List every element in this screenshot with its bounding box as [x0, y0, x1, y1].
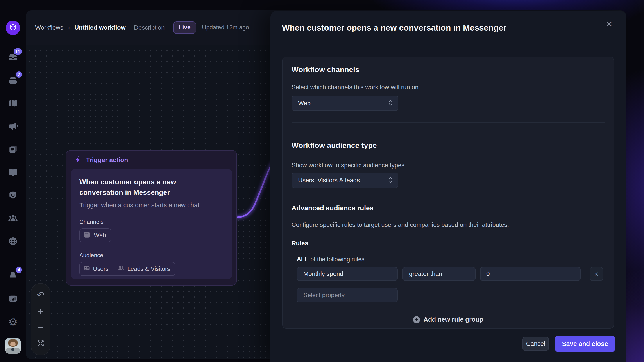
audience-chip-leads-label: Leads & Visitors	[128, 266, 170, 272]
undo-icon: ↶	[37, 290, 44, 300]
user-avatar[interactable]	[5, 338, 21, 354]
audience-type-description: Show workflow to specific audience types…	[292, 162, 406, 169]
audience-label: Audience	[80, 252, 223, 259]
rule-property-select[interactable]: Monthly spend	[297, 267, 398, 281]
browser-icon	[83, 231, 91, 240]
match-rest-label: of the following rules	[310, 256, 364, 263]
audience-type-heading: Workflow audience type	[292, 141, 377, 150]
description-button[interactable]: Description	[134, 24, 165, 31]
channels-label: Channels	[80, 218, 223, 225]
audience-chip-group: Users Leads & Visito	[80, 262, 175, 276]
sidebar-item-people[interactable]	[5, 211, 21, 226]
rule-group-indent-line	[292, 249, 292, 321]
sidebar-item-queue[interactable]: 7	[5, 72, 21, 88]
sidebar-item-inbox[interactable]: 11	[5, 49, 21, 65]
zoom-out-button[interactable]: −	[34, 321, 47, 334]
sidebar-item-map[interactable]	[5, 95, 21, 111]
lightning-bolt-icon	[74, 156, 82, 164]
gear-icon: ⚙	[8, 317, 18, 327]
select-chevrons-icon	[388, 176, 393, 184]
inbox-badge: 11	[13, 48, 22, 55]
trigger-node-card[interactable]: Trigger action When customer opens a new…	[66, 150, 237, 286]
sidebar-item-news[interactable]	[5, 142, 21, 157]
new-rule-placeholder: Select property	[303, 292, 344, 299]
modal-title: When customer opens a new conversation i…	[282, 23, 506, 33]
channels-description: Select which channels this workflow will…	[292, 84, 420, 91]
sidebar-item-globe[interactable]	[5, 234, 21, 249]
updated-timestamp: Updated 12m ago	[202, 24, 249, 31]
rule-operator-select[interactable]: greater than	[402, 267, 476, 281]
channel-chip-label: Web	[94, 232, 106, 239]
sidebar-item-megaphone[interactable]	[5, 119, 21, 134]
sidebar-item-settings[interactable]: ⚙	[5, 314, 21, 330]
two-people-icon	[117, 265, 125, 274]
trigger-settings-modal: When customer opens a new conversation i…	[270, 11, 626, 362]
screen: 11 7	[0, 0, 644, 362]
match-all-label: ALL	[297, 256, 308, 263]
megaphone-icon	[8, 121, 18, 132]
advanced-rules-description: Configure specific rules to target users…	[292, 221, 509, 228]
breadcrumb-current-title: Untitled workflow	[74, 24, 126, 31]
advanced-rules-heading: Advanced audience rules	[292, 204, 374, 212]
rules-label: Rules	[292, 240, 308, 247]
close-icon: ×	[606, 18, 612, 29]
remove-rule-button[interactable]: ×	[590, 267, 603, 281]
add-circle-icon: +	[413, 316, 420, 323]
sidebar-item-notifications[interactable]: 4	[5, 268, 21, 284]
breadcrumb-chevron-icon: ›	[68, 23, 70, 31]
minus-icon: −	[38, 322, 44, 333]
plus-icon: +	[38, 306, 44, 316]
trigger-card-header: Trigger action	[66, 151, 236, 164]
settings-card: Workflow channels Select which channels …	[282, 56, 614, 329]
cube-logo-icon	[9, 23, 17, 32]
trigger-action-label: Trigger action	[86, 156, 128, 164]
remove-rule-icon: ×	[594, 270, 598, 278]
sidebar-item-reports[interactable]	[5, 291, 21, 307]
bot-icon	[8, 190, 18, 201]
canvas-controls: ↶ + −	[31, 283, 50, 356]
people-icon	[8, 213, 18, 224]
cancel-button[interactable]: Cancel	[522, 337, 549, 351]
app-sidebar: 11 7	[0, 0, 26, 362]
book-icon	[8, 167, 18, 178]
rule-property-value: Monthly spend	[303, 270, 343, 277]
channel-chip-web: Web	[80, 228, 111, 242]
select-chevrons-icon	[388, 99, 393, 107]
breadcrumb-workflows-link[interactable]: Workflows	[35, 24, 64, 31]
id-card-icon	[83, 265, 90, 274]
zoom-in-button[interactable]: +	[34, 305, 47, 318]
trigger-title: When customer opens a new conversation i…	[80, 177, 220, 198]
map-icon	[8, 98, 18, 109]
news-icon	[8, 144, 18, 155]
notifications-badge: 4	[15, 266, 22, 274]
channels-select[interactable]: Web	[292, 95, 398, 111]
rule-operator-value: greater than	[409, 270, 442, 277]
channels-heading: Workflow channels	[292, 65, 359, 74]
undo-button[interactable]: ↶	[34, 288, 47, 302]
trigger-card-body: When customer opens a new conversation i…	[71, 169, 232, 279]
sidebar-item-bot[interactable]	[5, 188, 21, 203]
fit-view-button[interactable]	[34, 337, 47, 350]
queue-badge: 7	[15, 71, 22, 78]
trigger-subtitle: Trigger when a customer starts a new cha…	[80, 202, 223, 209]
globe-icon	[8, 236, 18, 247]
audience-chip-users-label: Users	[93, 266, 108, 272]
status-badge-live[interactable]: Live	[173, 21, 196, 34]
audience-type-select[interactable]: Users, Visitors & leads	[292, 173, 398, 188]
save-and-close-button[interactable]: Save and close	[555, 336, 615, 352]
add-rule-group-button[interactable]: + Add new rule group	[283, 316, 614, 323]
expand-icon	[36, 339, 45, 349]
section-divider	[292, 122, 605, 123]
bar-chart-icon	[8, 294, 18, 304]
sidebar-item-book[interactable]	[5, 165, 21, 180]
rule-value-input[interactable]	[480, 267, 580, 281]
channels-select-value: Web	[298, 100, 310, 107]
new-rule-property-select[interactable]: Select property	[297, 288, 398, 302]
add-rule-group-label: Add new rule group	[424, 316, 483, 323]
audience-type-select-value: Users, Visitors & leads	[298, 177, 360, 184]
rule-group-match-line: ALLof the following rules	[297, 256, 364, 263]
app-logo[interactable]	[6, 20, 20, 35]
close-button[interactable]: ×	[606, 19, 612, 29]
